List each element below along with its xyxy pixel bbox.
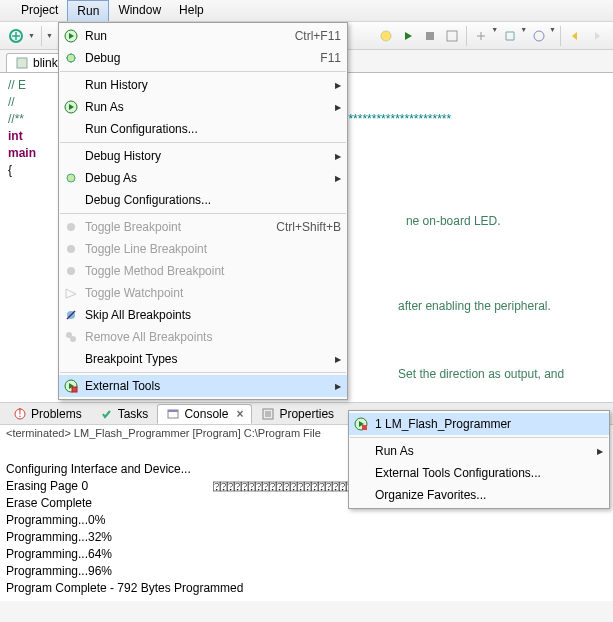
svg-point-4 [534, 31, 544, 41]
close-icon[interactable]: × [236, 407, 243, 421]
menu-item-debug-as[interactable]: Debug As▶ [59, 167, 347, 189]
remove-breakpoints-icon [64, 330, 78, 344]
properties-icon [261, 407, 275, 421]
menu-run[interactable]: Run [67, 0, 109, 21]
tab-tasks[interactable]: Tasks [91, 404, 158, 424]
debug-icon [64, 51, 78, 65]
run-dropdown-menu: RunCtrl+F11 DebugF11 Run History▶ Run As… [58, 22, 348, 400]
run-toolbar-button[interactable] [398, 26, 418, 46]
menu-item-run-config[interactable]: Run Configurations... [59, 118, 347, 140]
run-icon [64, 29, 78, 43]
nav-fwd-button[interactable] [587, 26, 607, 46]
menu-item-debug-history[interactable]: Debug History▶ [59, 145, 347, 167]
svg-point-1 [381, 31, 391, 41]
tab-problems[interactable]: ! Problems [4, 404, 91, 424]
tab-label: Tasks [118, 407, 149, 421]
debug-icon [64, 171, 78, 185]
svg-point-17 [67, 267, 75, 275]
tab-label: Problems [31, 407, 82, 421]
svg-rect-2 [426, 32, 434, 40]
svg-rect-22 [72, 387, 77, 392]
nav-back-button[interactable] [565, 26, 585, 46]
toolbar-button[interactable] [500, 26, 520, 46]
menu-help[interactable]: Help [170, 0, 213, 21]
tasks-icon [100, 407, 114, 421]
tab-properties[interactable]: Properties [252, 404, 343, 424]
menu-item-toggle-line-bp: Toggle Line Breakpoint [59, 238, 347, 260]
menu-item-external-tools[interactable]: External Tools▶ [59, 375, 347, 397]
watchpoint-icon [64, 286, 78, 300]
problems-icon: ! [13, 407, 27, 421]
svg-point-16 [67, 245, 75, 253]
dropdown-arrow-icon[interactable]: ▼ [520, 26, 527, 46]
skip-breakpoints-icon [64, 308, 78, 322]
run-icon [64, 100, 78, 114]
console-icon [166, 407, 180, 421]
tab-label: Properties [279, 407, 334, 421]
menu-item-skip-all-bp[interactable]: Skip All Breakpoints [59, 304, 347, 326]
menu-item-run[interactable]: RunCtrl+F11 [59, 25, 347, 47]
svg-rect-24 [362, 425, 367, 430]
debug-toolbar-button[interactable] [376, 26, 396, 46]
menu-item-debug-config[interactable]: Debug Configurations... [59, 189, 347, 211]
menu-window[interactable]: Window [109, 0, 170, 21]
menu-item-toggle-bp: Toggle BreakpointCtrl+Shift+B [59, 216, 347, 238]
tab-label: Console [184, 407, 228, 421]
toolbar-button[interactable] [471, 26, 491, 46]
menu-item-debug[interactable]: DebugF11 [59, 47, 347, 69]
menu-project[interactable]: Project [12, 0, 67, 21]
dropdown-arrow-icon[interactable]: ▼ [46, 32, 53, 39]
breakpoint-icon [64, 220, 78, 234]
new-project-button[interactable] [6, 26, 26, 46]
tab-console[interactable]: Console × [157, 404, 252, 424]
menu-item-org-favorites[interactable]: Organize Favorites... [349, 484, 609, 506]
svg-point-20 [70, 336, 76, 342]
menu-item-ext-run-as[interactable]: Run As▶ [349, 440, 609, 462]
svg-point-14 [67, 174, 75, 182]
stop-toolbar-button[interactable] [420, 26, 440, 46]
svg-rect-3 [447, 31, 457, 41]
dropdown-arrow-icon[interactable]: ▼ [491, 26, 498, 46]
menu-item-bp-types[interactable]: Breakpoint Types▶ [59, 348, 347, 370]
menu-item-ext-config[interactable]: External Tools Configurations... [349, 462, 609, 484]
dropdown-arrow-icon[interactable]: ▼ [549, 26, 556, 46]
svg-point-12 [67, 54, 75, 62]
breakpoint-icon [64, 264, 78, 278]
menu-item-run-history[interactable]: Run History▶ [59, 74, 347, 96]
menu-item-lm-flash[interactable]: 1 LM_Flash_Programmer [349, 413, 609, 435]
svg-point-15 [67, 223, 75, 231]
menu-item-toggle-method-bp: Toggle Method Breakpoint [59, 260, 347, 282]
toolbar-button[interactable] [442, 26, 462, 46]
c-file-icon [15, 56, 29, 70]
dropdown-arrow-icon[interactable]: ▼ [28, 32, 35, 39]
external-tools-submenu: 1 LM_Flash_Programmer Run As▶ External T… [348, 410, 610, 509]
menu-item-remove-all-bp: Remove All Breakpoints [59, 326, 347, 348]
breakpoint-icon [64, 242, 78, 256]
svg-rect-9 [168, 410, 178, 412]
svg-text:!: ! [18, 407, 21, 420]
menu-item-toggle-watchpoint: Toggle Watchpoint [59, 282, 347, 304]
toolbar-button[interactable] [529, 26, 549, 46]
svg-rect-5 [17, 58, 27, 68]
external-tools-icon [354, 417, 368, 431]
menu-item-run-as[interactable]: Run As▶ [59, 96, 347, 118]
external-tools-icon [64, 379, 78, 393]
menubar: Project Run Window Help [0, 0, 613, 22]
